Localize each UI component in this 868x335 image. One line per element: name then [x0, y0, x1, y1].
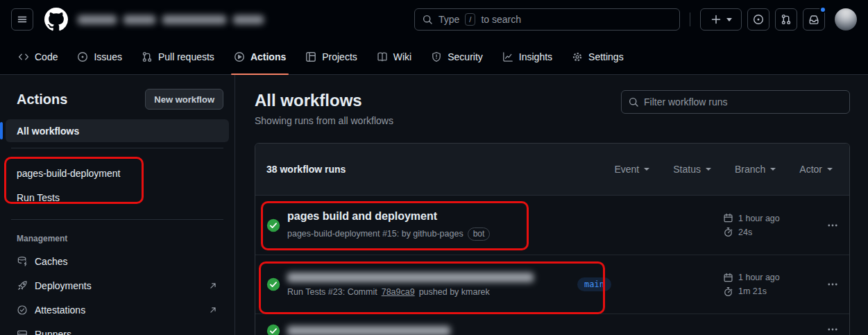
- status-filter-dropdown[interactable]: Status: [673, 164, 711, 175]
- sidebar-item-all-workflows[interactable]: All workflows: [6, 119, 229, 142]
- hamburger-menu-button[interactable]: [11, 8, 33, 31]
- run-options-kebab-button[interactable]: [813, 324, 838, 335]
- global-search-input[interactable]: Type / to search: [414, 8, 680, 31]
- run-options-kebab-button[interactable]: [813, 220, 838, 231]
- tab-actions[interactable]: Actions: [224, 39, 296, 74]
- projects-icon: [305, 51, 316, 62]
- kebab-horizontal-icon: [827, 279, 838, 290]
- runs-list-header: 38 workflow runs Event Status Branch Act…: [255, 144, 849, 196]
- caret-down-icon: [827, 168, 833, 171]
- redacted-owner-name[interactable]: [78, 15, 117, 24]
- tab-issues[interactable]: Issues: [67, 39, 131, 74]
- sidebar-item-label: Attestations: [35, 304, 201, 316]
- pull-requests-button[interactable]: [775, 8, 797, 31]
- search-placeholder-suffix: to search: [481, 14, 521, 25]
- plus-icon: [710, 14, 722, 25]
- search-icon: [628, 96, 639, 108]
- redacted-run-title[interactable]: [287, 326, 450, 335]
- rocket-icon: [17, 280, 28, 291]
- kebab-horizontal-icon: [827, 324, 838, 335]
- sidebar-item-label: Caches: [35, 256, 218, 267]
- management-section-label: Management: [6, 225, 229, 249]
- git-pull-request-icon: [142, 51, 153, 62]
- sidebar-item-caches[interactable]: Caches: [6, 249, 229, 273]
- caret-down-icon: [706, 168, 711, 171]
- tab-code[interactable]: Code: [8, 39, 67, 74]
- tab-projects[interactable]: Projects: [296, 39, 367, 74]
- divider: [11, 219, 223, 220]
- slash-key-hint: /: [465, 13, 475, 26]
- tab-insights[interactable]: Insights: [493, 39, 562, 74]
- filter-label: Actor: [799, 164, 822, 175]
- create-new-button[interactable]: [700, 8, 742, 31]
- sidebar-item-deployments[interactable]: Deployments: [6, 273, 229, 298]
- event-filter-dropdown[interactable]: Event: [614, 164, 649, 175]
- redacted-run-title[interactable]: [287, 273, 534, 282]
- sidebar-item-label: pages-build-deployment: [17, 168, 120, 179]
- tab-label: Pull requests: [158, 51, 214, 62]
- sidebar-item-label: Runners: [35, 329, 218, 335]
- main-panel: All workflows Showing runs from all work…: [235, 75, 868, 335]
- issues-button[interactable]: [747, 8, 769, 31]
- app-header: Type / to search: [0, 0, 868, 39]
- tab-settings[interactable]: Settings: [562, 39, 633, 74]
- tab-pull-requests[interactable]: Pull requests: [132, 39, 224, 74]
- sidebar-item-pages-build-deployment[interactable]: pages-build-deployment: [6, 161, 229, 185]
- selected-accent-bar: [0, 122, 3, 139]
- filter-workflow-runs-input[interactable]: [621, 90, 850, 114]
- sidebar-item-runners[interactable]: Runners: [6, 322, 229, 335]
- workflow-runs-card: 38 workflow runs Event Status Branch Act…: [255, 143, 850, 335]
- breadcrumb: [78, 15, 264, 24]
- notification-dot: [819, 6, 826, 13]
- workflow-list: pages-build-deployment Run Tests: [6, 154, 229, 214]
- run-title-link[interactable]: pages build and deployment: [287, 210, 577, 223]
- header-divider: [690, 12, 690, 26]
- run-meta-text: Run Tests #23: Commit: [287, 287, 377, 297]
- tab-label: Security: [448, 51, 483, 62]
- actor-filter-dropdown[interactable]: Actor: [799, 164, 833, 175]
- page-title: All workflows: [255, 90, 393, 111]
- filter-label: Status: [673, 164, 701, 175]
- tab-wiki[interactable]: Wiki: [367, 39, 421, 74]
- run-meta-text: pushed by kmarek: [419, 287, 490, 297]
- commit-sha-link[interactable]: 78a9ca9: [382, 287, 415, 297]
- redacted-repo-name[interactable]: [162, 15, 226, 24]
- avatar[interactable]: [835, 8, 857, 31]
- external-link-icon: [208, 281, 218, 291]
- sidebar-item-run-tests[interactable]: Run Tests: [6, 185, 229, 209]
- kebab-horizontal-icon: [827, 220, 838, 231]
- tab-label: Code: [35, 51, 58, 62]
- sidebar-item-attestations[interactable]: Attestations: [6, 298, 229, 322]
- filter-label: Branch: [735, 164, 765, 175]
- branch-cell: main: [577, 277, 723, 291]
- tab-label: Settings: [588, 51, 624, 62]
- success-check-icon: [266, 277, 280, 291]
- tab-security[interactable]: Security: [421, 39, 493, 74]
- page-subtitle: Showing runs from all workflows: [255, 115, 393, 126]
- redacted-repo-name[interactable]: [124, 15, 155, 24]
- tab-label: Projects: [322, 51, 357, 62]
- sidebar-item-label: Deployments: [35, 280, 201, 291]
- redacted-repo-name[interactable]: [233, 15, 264, 24]
- shield-icon: [431, 51, 442, 62]
- github-logo-icon[interactable]: [44, 8, 68, 31]
- run-options-kebab-button[interactable]: [813, 279, 838, 290]
- run-duration: 24s: [738, 227, 752, 237]
- search-placeholder-prefix: Type: [439, 14, 459, 25]
- avatar-image: [835, 8, 857, 31]
- inbox-icon: [808, 14, 819, 25]
- server-icon: [17, 329, 28, 335]
- branch-filter-dropdown[interactable]: Branch: [735, 164, 776, 175]
- workflow-run-row: [255, 313, 849, 335]
- branch-badge[interactable]: main: [577, 277, 611, 291]
- calendar-icon: [723, 213, 733, 223]
- caret-down-icon: [644, 168, 649, 171]
- graph-icon: [502, 51, 513, 62]
- play-circle-icon: [234, 51, 245, 62]
- inbox-button[interactable]: [803, 8, 825, 31]
- calendar-icon: [723, 273, 733, 283]
- new-workflow-button[interactable]: New workflow: [145, 89, 223, 110]
- run-time: 1 hour ago: [738, 214, 780, 223]
- stopwatch-icon: [723, 286, 733, 297]
- hamburger-icon: [17, 14, 28, 25]
